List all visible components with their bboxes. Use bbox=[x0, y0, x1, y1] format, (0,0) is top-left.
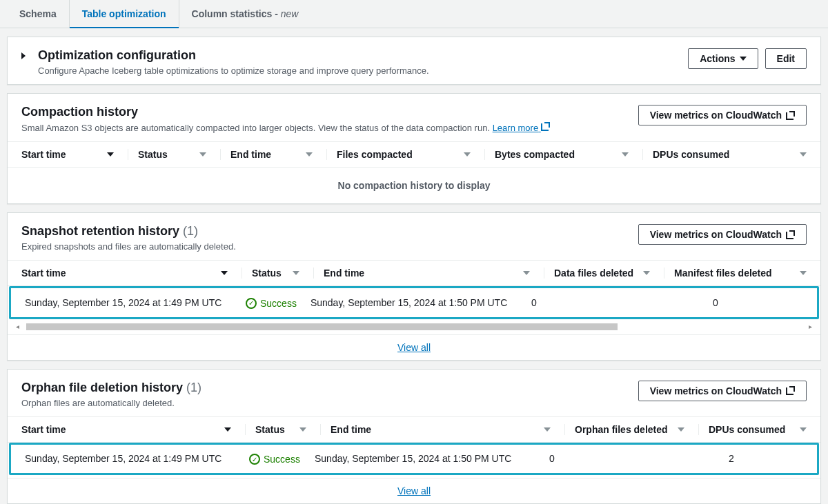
col-start-time[interactable]: Start time bbox=[21, 149, 128, 160]
optimization-config-panel: Optimization configuration Configure Apa… bbox=[7, 37, 821, 85]
tab-schema[interactable]: Schema bbox=[7, 0, 70, 28]
col-end-time[interactable]: End time bbox=[324, 268, 544, 279]
col-data-files-deleted[interactable]: Data files deleted bbox=[554, 268, 664, 279]
external-link-icon bbox=[541, 122, 550, 131]
view-all-link[interactable]: View all bbox=[397, 485, 431, 496]
external-link-icon bbox=[786, 386, 795, 395]
panel-description: Orphan files are automatically deleted. bbox=[21, 398, 201, 408]
orphan-table-header: Start time Status End time Orphan files … bbox=[8, 416, 820, 443]
panel-count: (1) bbox=[186, 381, 201, 394]
sort-icon bbox=[293, 271, 299, 275]
cell-status: ✓ Success bbox=[246, 296, 310, 309]
new-badge: new bbox=[281, 8, 299, 19]
tab-bar: Schema Table optimization Column statist… bbox=[0, 0, 828, 28]
compaction-history-panel: Compaction history Small Amazon S3 objec… bbox=[7, 93, 821, 204]
view-metrics-label: View metrics on CloudWatch bbox=[650, 229, 782, 240]
edit-button[interactable]: Edit bbox=[765, 48, 807, 69]
view-metrics-button[interactable]: View metrics on CloudWatch bbox=[638, 381, 807, 401]
col-files-compacted[interactable]: Files compacted bbox=[337, 149, 485, 160]
cell-dpus-consumed: 2 bbox=[673, 453, 803, 464]
sort-icon bbox=[523, 271, 530, 275]
panel-title: Orphan file deletion history (1) bbox=[21, 381, 201, 395]
actions-button[interactable]: Actions bbox=[688, 48, 758, 69]
panel-title: Snapshot retention history (1) bbox=[21, 224, 236, 239]
tab-column-statistics[interactable]: Column statistics - new bbox=[179, 0, 311, 28]
orphan-file-deletion-panel: Orphan file deletion history (1) Orphan … bbox=[7, 369, 821, 505]
sort-icon bbox=[800, 271, 807, 275]
table-row[interactable]: Sunday, September 15, 2024 at 1:49 PM UT… bbox=[9, 443, 819, 476]
chevron-down-icon bbox=[740, 57, 747, 61]
empty-state: No compaction history to display bbox=[8, 168, 820, 203]
panel-description: Expired snapshots and files are automati… bbox=[21, 241, 236, 252]
horizontal-scrollbar[interactable]: ◂ ▸ bbox=[14, 322, 814, 332]
sort-icon bbox=[800, 152, 807, 157]
col-bytes-compacted[interactable]: Bytes compacted bbox=[495, 149, 643, 160]
sort-icon bbox=[299, 427, 306, 432]
learn-more-link[interactable]: Learn more bbox=[493, 123, 550, 133]
col-manifest-files-deleted[interactable]: Manifest files deleted bbox=[674, 268, 807, 279]
table-row[interactable]: Sunday, September 15, 2024 at 1:49 PM UT… bbox=[9, 286, 819, 319]
snapshot-retention-panel: Snapshot retention history (1) Expired s… bbox=[7, 212, 821, 361]
expand-icon[interactable] bbox=[21, 52, 26, 59]
col-start-time[interactable]: Start time bbox=[21, 268, 242, 279]
view-metrics-label: View metrics on CloudWatch bbox=[650, 385, 782, 396]
cell-status: ✓ Success bbox=[249, 453, 315, 465]
compaction-table-header: Start time Status End time Files compact… bbox=[8, 141, 820, 168]
cell-start-time: Sunday, September 15, 2024 at 1:49 PM UT… bbox=[25, 297, 246, 308]
panel-title: Optimization configuration bbox=[38, 48, 196, 63]
sort-icon bbox=[643, 271, 650, 275]
actions-label: Actions bbox=[700, 53, 735, 64]
col-dpus-consumed[interactable]: DPUs consumed bbox=[709, 424, 807, 435]
external-link-icon bbox=[786, 230, 795, 239]
sort-icon bbox=[199, 152, 206, 157]
sort-icon bbox=[622, 152, 629, 157]
col-end-time[interactable]: End time bbox=[230, 149, 327, 160]
view-metrics-button[interactable]: View metrics on CloudWatch bbox=[638, 105, 807, 125]
cell-orphan-files-deleted: 0 bbox=[549, 453, 673, 464]
col-dpus-consumed[interactable]: DPUs consumed bbox=[653, 149, 807, 160]
scroll-right-icon: ▸ bbox=[807, 323, 814, 330]
col-status[interactable]: Status bbox=[255, 424, 321, 435]
sort-icon bbox=[544, 427, 551, 432]
cell-manifest-files-deleted: 0 bbox=[642, 297, 803, 308]
panel-description: Configure Apache Iceberg table optimizat… bbox=[38, 65, 429, 76]
col-status[interactable]: Status bbox=[138, 149, 221, 160]
cell-end-time: Sunday, September 15, 2024 at 1:50 PM UT… bbox=[310, 297, 531, 308]
sort-icon bbox=[464, 152, 471, 157]
cell-end-time: Sunday, September 15, 2024 at 1:50 PM UT… bbox=[315, 453, 549, 464]
success-icon: ✓ bbox=[249, 454, 260, 465]
col-orphan-files-deleted[interactable]: Orphan files deleted bbox=[575, 424, 699, 435]
view-metrics-button[interactable]: View metrics on CloudWatch bbox=[638, 224, 807, 245]
col-start-time[interactable]: Start time bbox=[21, 424, 246, 435]
cell-start-time: Sunday, September 15, 2024 at 1:49 PM UT… bbox=[25, 453, 249, 464]
sort-icon bbox=[107, 152, 114, 157]
col-end-time[interactable]: End time bbox=[331, 424, 565, 435]
scroll-left-icon: ◂ bbox=[14, 323, 21, 330]
view-metrics-label: View metrics on CloudWatch bbox=[650, 110, 782, 121]
col-status[interactable]: Status bbox=[252, 268, 314, 279]
cell-data-files-deleted: 0 bbox=[531, 297, 642, 308]
snapshot-table-header: Start time Status End time Data files de… bbox=[8, 260, 820, 286]
sort-icon bbox=[678, 427, 684, 432]
sort-icon bbox=[800, 427, 807, 432]
sort-icon bbox=[221, 271, 228, 275]
view-all-link[interactable]: View all bbox=[397, 342, 431, 353]
sort-icon bbox=[306, 152, 313, 157]
tab-column-statistics-label: Column statistics bbox=[192, 8, 273, 19]
external-link-icon bbox=[786, 111, 795, 120]
tab-table-optimization[interactable]: Table optimization bbox=[70, 0, 179, 28]
sort-icon bbox=[224, 427, 231, 432]
scroll-thumb[interactable] bbox=[26, 323, 618, 330]
panel-title: Compaction history bbox=[21, 105, 550, 119]
panel-count: (1) bbox=[183, 224, 198, 238]
panel-description: Small Amazon S3 objects are automaticall… bbox=[21, 122, 550, 133]
success-icon: ✓ bbox=[246, 298, 257, 309]
